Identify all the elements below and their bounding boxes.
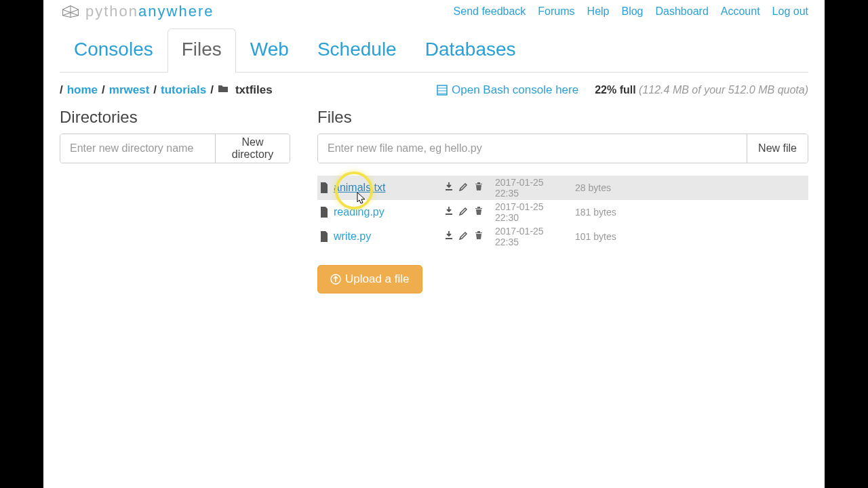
- file-name-link[interactable]: animals.txt: [334, 182, 435, 194]
- breadcrumb-user[interactable]: mrwest: [109, 83, 150, 97]
- file-row[interactable]: animals.txt 2017-01-25 22:35 28 bytes: [317, 176, 808, 200]
- new-file-button[interactable]: New file: [747, 134, 808, 163]
- file-name-link[interactable]: reading.py: [334, 206, 435, 218]
- delete-icon[interactable]: [473, 182, 484, 194]
- logo[interactable]: pythonanywhere: [60, 3, 214, 20]
- edit-icon[interactable]: [458, 182, 469, 194]
- tab-web[interactable]: Web: [236, 28, 303, 73]
- file-icon: [320, 231, 328, 242]
- nav-account[interactable]: Account: [721, 5, 760, 18]
- breadcrumb-sep: /: [102, 83, 105, 97]
- terminal-icon: [437, 85, 448, 96]
- main-tabs: Consoles Files Web Schedule Databases: [60, 28, 808, 73]
- nav-help[interactable]: Help: [587, 5, 610, 18]
- file-date: 2017-01-25 22:35: [495, 177, 570, 199]
- file-size: 101 bytes: [575, 231, 623, 242]
- download-icon[interactable]: [443, 182, 454, 194]
- new-directory-input[interactable]: [60, 134, 215, 163]
- logo-icon: [60, 5, 81, 18]
- file-icon: [320, 182, 328, 193]
- file-row[interactable]: write.py 2017-01-25 22:35 101 bytes: [317, 224, 808, 249]
- quota-info: 22% full (112.4 MB of your 512.0 MB quot…: [595, 84, 808, 96]
- download-icon[interactable]: [443, 230, 454, 243]
- delete-icon[interactable]: [473, 206, 484, 218]
- quota-detail: (112.4 MB of your 512.0 MB quota): [639, 84, 808, 96]
- file-list: animals.txt 2017-01-25 22:35 28 bytes: [317, 176, 808, 249]
- file-size: 28 bytes: [575, 182, 623, 193]
- nav-send-feedback[interactable]: Send feedback: [454, 5, 526, 18]
- breadcrumb-sep: /: [60, 83, 63, 97]
- breadcrumb-sep: /: [153, 83, 157, 97]
- open-bash-link[interactable]: Open Bash console here: [437, 83, 578, 97]
- file-date: 2017-01-25 22:30: [495, 201, 570, 223]
- download-icon[interactable]: [443, 206, 454, 218]
- new-directory-button[interactable]: New directory: [215, 134, 290, 163]
- files-title: Files: [317, 108, 808, 127]
- top-nav: Send feedback Forums Help Blog Dashboard…: [454, 5, 808, 18]
- delete-icon[interactable]: [473, 230, 484, 243]
- upload-icon: [330, 274, 341, 285]
- nav-logout[interactable]: Log out: [772, 5, 808, 18]
- upload-file-button[interactable]: Upload a file: [317, 265, 422, 293]
- breadcrumb-sep: /: [210, 83, 214, 97]
- breadcrumb-home[interactable]: home: [67, 83, 98, 97]
- edit-icon[interactable]: [458, 206, 469, 218]
- path-row: / home / mrwest / tutorials / txtfiles O…: [60, 73, 808, 108]
- tab-files[interactable]: Files: [167, 28, 236, 73]
- breadcrumb-current: txtfiles: [235, 83, 273, 97]
- file-size: 181 bytes: [575, 207, 623, 218]
- tab-databases[interactable]: Databases: [411, 28, 530, 73]
- bash-link-label: Open Bash console here: [452, 83, 578, 97]
- file-date: 2017-01-25 22:35: [495, 226, 570, 247]
- top-bar: pythonanywhere Send feedback Forums Help…: [60, 0, 808, 28]
- nav-blog[interactable]: Blog: [621, 5, 643, 18]
- directories-title: Directories: [60, 108, 290, 127]
- tab-schedule[interactable]: Schedule: [303, 28, 411, 73]
- breadcrumb-tutorials[interactable]: tutorials: [161, 83, 206, 97]
- edit-icon[interactable]: [458, 230, 469, 243]
- upload-label: Upload a file: [345, 272, 410, 286]
- file-name-link[interactable]: write.py: [334, 230, 435, 243]
- breadcrumb: / home / mrwest / tutorials / txtfiles: [60, 83, 273, 97]
- tab-consoles[interactable]: Consoles: [60, 28, 167, 73]
- file-icon: [320, 207, 328, 218]
- new-file-input[interactable]: [318, 134, 747, 163]
- logo-text: pythonanywhere: [85, 3, 214, 20]
- nav-forums[interactable]: Forums: [538, 5, 574, 18]
- nav-dashboard[interactable]: Dashboard: [656, 5, 709, 18]
- file-row[interactable]: reading.py 2017-01-25 22:30 181 bytes: [317, 200, 808, 224]
- folder-icon: [218, 83, 231, 97]
- quota-pct: 22% full: [595, 84, 635, 96]
